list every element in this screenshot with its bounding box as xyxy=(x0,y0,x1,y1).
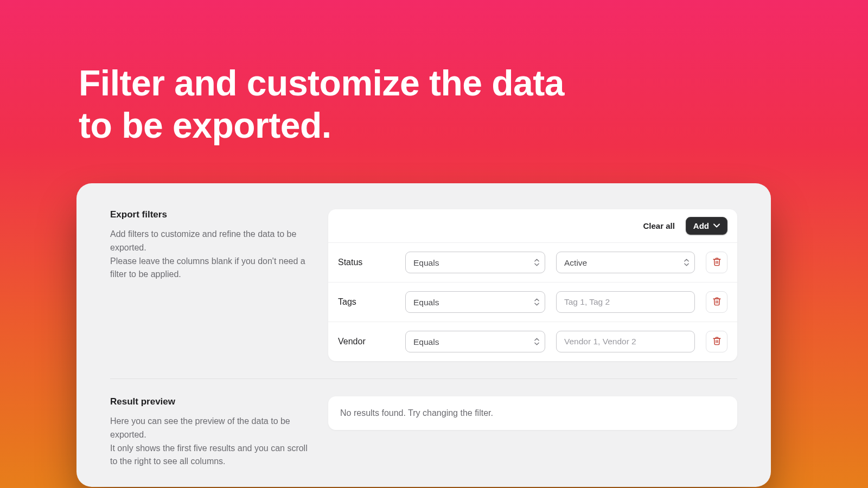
filter-field-label: Vendor xyxy=(338,337,394,346)
filter-value-wrap xyxy=(556,291,695,313)
filter-value-wrap: Active xyxy=(556,252,695,273)
filter-operator-select[interactable]: Equals xyxy=(405,291,545,313)
filter-value-input[interactable] xyxy=(556,331,695,352)
filters-header: Clear all Add xyxy=(328,209,737,243)
trash-icon xyxy=(712,257,722,268)
add-filter-button[interactable]: Add xyxy=(686,217,727,235)
filter-row: StatusEqualsActive xyxy=(328,243,737,282)
result-preview-description: Here you can see the preview of the data… xyxy=(110,415,315,468)
chevron-down-icon xyxy=(713,221,720,230)
export-filters-section: Export filters Add filters to customize … xyxy=(110,209,737,361)
hero-title-line1: Filter and customize the data xyxy=(79,62,564,105)
add-button-label: Add xyxy=(693,221,709,230)
settings-card: Export filters Add filters to customize … xyxy=(76,183,771,487)
delete-filter-button[interactable] xyxy=(706,252,727,273)
filter-operator-select[interactable]: Equals xyxy=(405,331,545,352)
preview-panel: No results found. Try changing the filte… xyxy=(328,396,737,430)
filter-operator-select-wrap: Equals xyxy=(405,331,545,352)
filter-value-wrap xyxy=(556,331,695,352)
filter-operator-select[interactable]: Equals xyxy=(405,252,545,273)
preview-empty-text: No results found. Try changing the filte… xyxy=(340,408,493,418)
trash-icon xyxy=(712,336,722,347)
delete-filter-button[interactable] xyxy=(706,291,727,313)
trash-icon xyxy=(712,297,722,307)
export-filters-content: Clear all Add StatusEqualsActiveTagsEqua… xyxy=(328,209,737,361)
filter-field-label: Status xyxy=(338,258,394,267)
result-preview-section: Result preview Here you can see the prev… xyxy=(110,378,737,468)
result-preview-title: Result preview xyxy=(110,396,315,407)
export-filters-description: Add filters to customize and refine the … xyxy=(110,228,315,281)
hero-title-line2: to be exported. xyxy=(79,105,564,147)
filter-operator-select-wrap: Equals xyxy=(405,252,545,273)
filter-row: VendorEquals xyxy=(328,322,737,361)
filter-row: TagsEquals xyxy=(328,282,737,322)
result-preview-sidebar: Result preview Here you can see the prev… xyxy=(110,396,315,468)
filter-field-label: Tags xyxy=(338,297,394,307)
clear-all-button[interactable]: Clear all xyxy=(643,221,674,230)
filters-panel: Clear all Add StatusEqualsActiveTagsEqua… xyxy=(328,209,737,361)
delete-filter-button[interactable] xyxy=(706,331,727,352)
filter-operator-select-wrap: Equals xyxy=(405,291,545,313)
filter-value-input[interactable] xyxy=(556,291,695,313)
export-filters-title: Export filters xyxy=(110,209,315,220)
filters-rows: StatusEqualsActiveTagsEqualsVendorEquals xyxy=(328,243,737,361)
result-preview-content: No results found. Try changing the filte… xyxy=(328,396,737,468)
export-filters-sidebar: Export filters Add filters to customize … xyxy=(110,209,315,361)
hero-title: Filter and customize the data to be expo… xyxy=(79,62,564,147)
filter-value-select-wrap: Active xyxy=(556,252,695,273)
filter-value-select[interactable]: Active xyxy=(556,252,695,273)
